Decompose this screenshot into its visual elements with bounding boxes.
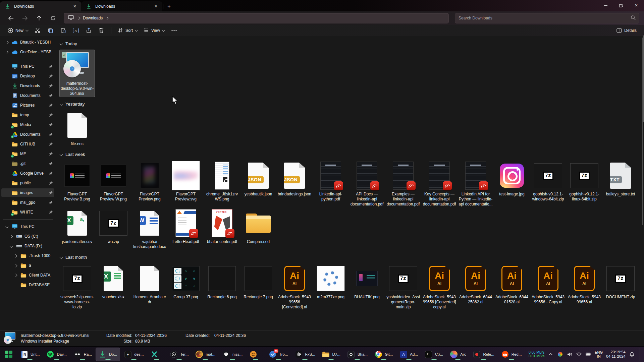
tree-item-DATABASE[interactable]: DATABASE [1,281,54,289]
sidebar-item-public[interactable]: public [1,179,54,187]
sidebar-item-Documents[interactable]: ⟳ Documents [1,130,54,139]
show-desktop-button[interactable] [640,348,641,361]
address-bar[interactable]: Downloads [64,13,449,23]
new-button[interactable]: New [5,26,31,35]
file-tile[interactable]: 7z yashvidotdev_AssignmentRepo-main.zip [385,263,421,311]
file-tile[interactable]: Xa, jsonformatter.csv [59,208,95,250]
search-box[interactable]: Search Downloads [455,13,639,23]
file-tile[interactable]: Linkedin-api-python.pdf [313,160,348,208]
file-tile[interactable]: AiAI AdobeStock_684401528.ai [494,263,530,311]
volume-icon[interactable] [567,351,573,357]
colorful-app-tray-icon[interactable] [557,351,563,357]
expand-chevron-icon[interactable] [8,235,14,238]
this-pc-monitor-icon[interactable] [68,15,74,21]
taskbar-item-D:\...[interactable]: D:\... [319,348,343,361]
forward-button[interactable] [19,13,31,23]
tree-item-.Trash-1000[interactable]: .Trash-1000 [1,251,54,260]
file-tile[interactable]: AiAI AdobeStock_594399656 - Copy.ai [530,263,566,311]
section-header[interactable]: Today [60,40,642,48]
search-icon[interactable] [631,15,636,21]
taskbar-item-Arc[interactable]: Arc [447,348,469,361]
file-tile[interactable]: X voucher.xlsx [96,263,131,311]
sidebar-item-.git[interactable]: .git [1,159,54,168]
sidebar-item-Desktop[interactable]: Desktop [1,72,54,80]
sidebar-item-Media[interactable]: ⟳ Media [1,120,54,129]
file-tile[interactable]: 7z saveweb2zip-com-www-harness-io.zip [59,263,95,311]
tab-downloads-inactive[interactable]: Downloads ✕ [81,1,162,11]
file-tile[interactable]: test-image.jpg [494,160,530,208]
tab-close-icon[interactable]: ✕ [153,3,159,9]
expand-chevron-icon[interactable] [13,264,18,267]
copy-button[interactable] [45,26,55,35]
file-tile[interactable]: Compressed [240,208,276,250]
sidebar-item-Documents[interactable]: Documents [1,91,54,100]
wifi-icon[interactable] [576,351,582,357]
taskbar-item-Unt...[interactable]: N Unt... [17,348,43,361]
file-tile[interactable]: ○○∨∨◔‹ Group 37.png [168,263,204,311]
battery-icon[interactable] [585,351,591,357]
sidebar-item-GITHUB[interactable]: GITHUB [1,140,54,148]
delete-button[interactable] [96,26,106,35]
expand-chevron-icon[interactable] [4,41,9,44]
taskbar-item-Tro...[interactable]: 59 Tro... [266,348,291,361]
file-tile[interactable]: FlavorGPT Preview W.png [96,160,131,208]
breadcrumb-chevron-icon[interactable] [105,17,109,20]
sidebar-item-msi_gpo[interactable]: msi_gpo [1,198,54,207]
file-tile[interactable]: Rectangle 6.png [204,263,240,311]
sidebar-item-This PC[interactable]: This PC [1,62,54,71]
taskbar-item-Red...[interactable]: Red... [498,348,525,361]
sidebar-item-images[interactable]: images [1,188,54,197]
file-tile[interactable]: JSON brindadesings.json [277,160,312,208]
sort-button[interactable]: Sort [115,26,141,35]
taskbar-item-discord[interactable] [246,348,265,361]
rename-button[interactable]: A [71,26,81,35]
tree-item-a[interactable]: a [1,261,54,270]
tab-downloads-active[interactable]: Downloads ✕ [0,1,81,11]
file-tile[interactable]: BHAUTIK.png [349,263,385,311]
file-tile[interactable]: m2m377xc.png [313,263,348,311]
network-speed-monitor[interactable]: 0.00 MB/s 0.01 MB/s [529,351,544,358]
cut-button[interactable] [33,26,43,35]
language-indicator[interactable]: ENG IN [595,350,603,358]
breadcrumb-chevron-icon[interactable] [77,17,80,20]
file-tile[interactable]: AiAI AdobeStock_594399656 [Converted].ai [277,263,312,311]
file-tile[interactable]: FlavorGPT Preview B.png [59,160,95,208]
section-header[interactable]: Last week [60,150,642,158]
taskbar-item-des...[interactable]: ♦ des... [121,348,147,361]
taskbar-item-mat...[interactable]: mat... [192,348,218,361]
file-tile[interactable]: FlavorGPT Preview.svg [168,160,204,208]
chevron-up-icon[interactable] [548,351,554,357]
file-tile[interactable]: TXT baileys_store.txt [603,160,638,208]
start-button[interactable] [1,348,16,361]
tree-item-DATA (D:)[interactable]: DATA (D:) [1,242,54,250]
file-tile[interactable]: chrome_J8sk1zrvWS.png [204,160,240,208]
expand-chevron-icon[interactable] [13,284,18,286]
refresh-button[interactable] [47,13,59,23]
file-tile[interactable]: VORTEX bhatar center.pdf [204,208,240,250]
content-scrollbar[interactable] [642,38,643,225]
file-tile[interactable]: 7z gophish-v0.12.1-windows-64bit.zip [530,160,566,208]
file-tile[interactable]: ✓ mattermost-desktop-5.9.0-win-x64.msi [59,50,95,97]
sidebar-item-Bhautik - YESBH[interactable]: Bhautik - YESBH [1,38,54,47]
file-tile[interactable]: AiAI AdobeStock_594399656 [Converted] co… [422,263,457,311]
paste-button[interactable] [58,26,68,35]
taskbar-item-Dav...[interactable]: Dav... [43,348,69,361]
taskbar-item-Ter...[interactable]: Ter... [167,348,192,361]
notification-bell-icon[interactable] [629,351,635,357]
clock[interactable]: 23:19:54 04-11-2024 [606,350,626,359]
file-tile[interactable]: LetterHead.pdf [168,208,204,250]
taskbar-item-Bha...[interactable]: Bha... [344,348,371,361]
file-tile[interactable]: AiAI AdobeStock_594399656.ai [567,263,602,311]
taskbar-item-C:\...[interactable]: >_ C:\... [422,348,446,361]
file-tile[interactable]: FlavorGPT Preview.png [132,160,167,208]
back-button[interactable] [5,13,17,23]
section-header[interactable]: Last month [60,253,642,261]
file-tile[interactable]: Rectangle 7.png [240,263,276,311]
tree-item-OS (C:)[interactable]: OS (C:) [1,232,54,241]
file-tile[interactable]: W vajubhai krishanapark.docx [132,208,167,250]
taskbar-item-Rele...[interactable]: Rele... [470,348,497,361]
expand-chevron-icon[interactable] [4,226,9,228]
sidebar-item-OneDrive - YESB[interactable]: OneDrive - YESB [1,48,54,56]
file-tile[interactable]: AiAI AdobeStock_684425862.ai [458,263,493,311]
taskbar-item-Do...[interactable]: Do... [96,348,120,361]
